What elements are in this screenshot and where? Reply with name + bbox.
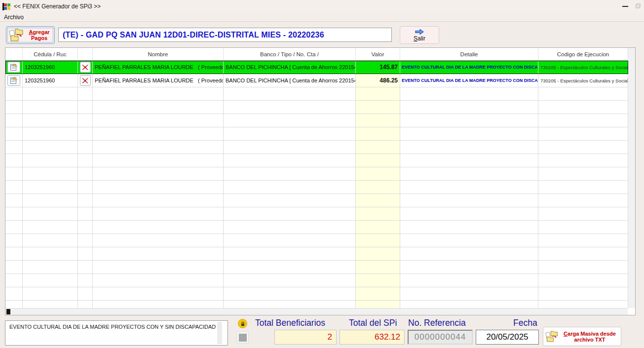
- menu-archivo[interactable]: Archivo: [0, 13, 28, 22]
- header-delete-col: [78, 48, 93, 60]
- exit-arrow-icon: [414, 29, 425, 35]
- codigo-cell: 730205 - Espectáculos Culturales y Socia…: [538, 74, 628, 87]
- banco-cell: BANCO DEL PICHINCHA [ Cuenta de Ahorros …: [224, 74, 356, 87]
- header-nombre[interactable]: Nombre: [93, 48, 224, 60]
- empty-table-row[interactable]: [5, 114, 628, 127]
- fecha-label: Fecha: [513, 318, 537, 329]
- textarea-scrollbar[interactable]: [217, 322, 222, 344]
- cedula-cell: 1203251960: [23, 61, 78, 74]
- status-square-icon: [239, 334, 247, 342]
- fecha-field[interactable]: 20/05/2025: [476, 330, 539, 345]
- no-referencia-label: No. Referencia: [408, 318, 466, 329]
- header-detalle[interactable]: Detalle: [400, 48, 538, 60]
- row-delete-button[interactable]: [80, 75, 91, 86]
- status-square-button[interactable]: [236, 331, 249, 344]
- codigo-cell: 730205 - Espectáculos Culturales y Socia…: [538, 61, 628, 74]
- total-beneficiarios-field: 2: [274, 330, 337, 345]
- empty-table-row[interactable]: [5, 127, 628, 141]
- empty-table-row[interactable]: [5, 301, 628, 309]
- title-bar: << FENIX Generador de SPi3 >>: [0, 0, 644, 13]
- salir-button[interactable]: Salir: [400, 26, 439, 44]
- minimize-button[interactable]: [622, 0, 628, 13]
- bulk-load-folder-icon: [545, 330, 559, 343]
- vertical-scrollbar[interactable]: [628, 48, 635, 309]
- empty-table-row[interactable]: [5, 274, 628, 287]
- empty-table-row[interactable]: [5, 167, 628, 181]
- header-codigo[interactable]: Codigo de Ejecucion: [538, 48, 628, 60]
- table-row[interactable]: 1203251960 PEÑAFIEL PARRALES MARIA LOURD…: [5, 61, 628, 74]
- empty-table-row[interactable]: [5, 154, 628, 167]
- minimize-icon: [622, 6, 628, 7]
- horizontal-scrollbar-thumb[interactable]: [6, 309, 10, 314]
- row-delete-button[interactable]: [80, 62, 91, 73]
- salir-label: Salir: [414, 35, 425, 42]
- nombre-cell: PEÑAFIEL PARRALES MARIA LOURDE ( Proveed…: [93, 74, 224, 87]
- delete-x-icon: [82, 77, 88, 84]
- add-payments-folder-icon: [8, 28, 24, 42]
- carga-masiva-label: Carga Masiva desde archivo TXT: [559, 331, 621, 343]
- nombre-cell: PEÑAFIEL PARRALES MARIA LOURDE ( Proveed…: [93, 61, 224, 74]
- detalle-cell: EVENTO CULTURAL DIA DE LA MADRE PROYECTO…: [400, 61, 538, 74]
- header-edit-col: [5, 48, 23, 60]
- header-cedula[interactable]: Cédula / Ruc: [23, 48, 78, 60]
- horizontal-scrollbar[interactable]: [5, 308, 628, 315]
- spi-title-field[interactable]: (TE) - GAD PQ SAN JUAN 12D01-DIREC-DISTR…: [58, 28, 392, 42]
- agregar-pagos-label: Agregar Pagos: [24, 29, 54, 41]
- payments-grid: Cédula / Ruc Nombre Banco / Tipo / No. C…: [5, 47, 636, 315]
- carga-masiva-button[interactable]: Carga Masiva desde archivo TXT: [543, 327, 621, 346]
- agregar-pagos-button[interactable]: Agregar Pagos: [6, 26, 55, 44]
- empty-table-row[interactable]: [5, 287, 628, 301]
- empty-table-row[interactable]: [5, 101, 628, 114]
- header-valor[interactable]: Valor: [356, 48, 400, 60]
- total-spi-label: Total del SPi: [349, 318, 397, 329]
- empty-table-row[interactable]: [5, 234, 628, 247]
- total-beneficiarios-label: Total Beneficiarios: [255, 318, 325, 329]
- grid-body: 1203251960 PEÑAFIEL PARRALES MARIA LOURD…: [5, 61, 628, 309]
- valor-cell: 486.25: [356, 74, 400, 87]
- menu-bar: Archivo: [0, 13, 644, 22]
- window-title: << FENIX Generador de SPi3 >>: [14, 3, 101, 10]
- edit-form-icon: [10, 63, 18, 71]
- no-referencia-field: 0000000044: [408, 330, 473, 345]
- valor-cell: 145.87: [356, 61, 400, 74]
- total-spi-field: 632.12: [340, 330, 405, 345]
- empty-table-row[interactable]: [5, 141, 628, 154]
- lock-icon: [238, 319, 247, 328]
- empty-table-row[interactable]: [5, 87, 628, 101]
- edit-form-icon: [10, 77, 18, 84]
- grid-header: Cédula / Ruc Nombre Banco / Tipo / No. C…: [5, 48, 628, 61]
- restore-button[interactable]: [634, 0, 641, 13]
- banco-cell: BANCO DEL PICHINCHA [ Cuenta de Ahorros …: [224, 61, 356, 74]
- row-edit-button[interactable]: [7, 62, 20, 73]
- empty-table-row[interactable]: [5, 194, 628, 207]
- delete-x-icon: [82, 64, 88, 71]
- empty-table-row[interactable]: [5, 181, 628, 194]
- scrollbar-corner: [628, 308, 635, 315]
- empty-table-row[interactable]: [5, 207, 628, 221]
- empty-table-row[interactable]: [5, 221, 628, 234]
- app-window-icon: [2, 3, 11, 10]
- empty-table-row[interactable]: [5, 261, 628, 274]
- detalle-general-textarea[interactable]: EVENTO CULTURAL DIA DE LA MADRE PROYECTO…: [5, 320, 228, 346]
- cedula-cell: 1203251960: [23, 74, 78, 87]
- header-banco[interactable]: Banco / Tipo / No. Cta /: [224, 48, 356, 60]
- table-row[interactable]: 1203251960 PEÑAFIEL PARRALES MARIA LOURD…: [5, 74, 628, 87]
- detalle-cell: EVENTO CULTURAL DIA DE LA MADRE PROYECTO…: [400, 74, 538, 87]
- empty-table-row[interactable]: [5, 247, 628, 261]
- row-edit-button[interactable]: [7, 75, 20, 86]
